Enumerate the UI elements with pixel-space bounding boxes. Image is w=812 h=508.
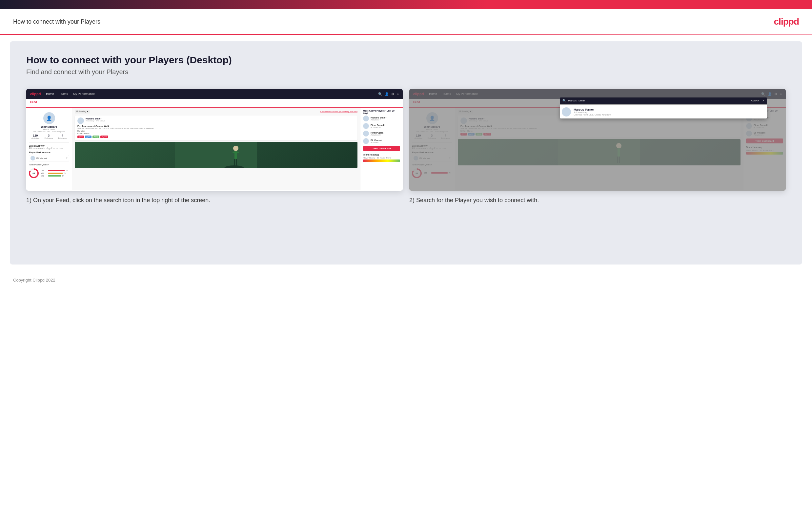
feed-image xyxy=(75,142,357,168)
screenshot-frame-1: clippd Home Teams My Performance 🔍 👤 ⚙ ○… xyxy=(26,89,403,190)
feed-tags: OTT APP ARG PUTT xyxy=(78,135,355,138)
svg-rect-5 xyxy=(234,159,235,166)
main-content: How to connect with your Players (Deskto… xyxy=(10,41,802,264)
main-subtitle: Find and connect with your Players xyxy=(26,68,786,76)
player-select[interactable]: Eli Vincent ▾ xyxy=(29,155,69,162)
team-heatmap-title: Team Heatmap xyxy=(363,154,400,156)
tpq-circle: 84 xyxy=(29,168,39,178)
mid-panel-1: Following ▾ Control who can see your act… xyxy=(72,108,360,190)
search-bar-icon: 🔍 xyxy=(563,99,566,102)
settings-icon[interactable]: ⚙ xyxy=(391,92,394,96)
footer: Copyright Clippd 2022 xyxy=(0,271,812,289)
header: How to connect with your Players clippd xyxy=(0,9,812,34)
tpq-section: Total Player Quality 84 OTT xyxy=(29,163,69,179)
profile-role: Golf Coach xyxy=(29,128,69,131)
heatmap-bar xyxy=(363,160,400,162)
feed-avatar xyxy=(78,118,84,124)
svg-rect-0 xyxy=(175,142,257,168)
active-player-3: Hiral Pujara Activities: 3 xyxy=(363,131,400,136)
caption-1: 1) On your Feed, click on the search ico… xyxy=(26,196,403,205)
screenshot-col-1: clippd Home Teams My Performance 🔍 👤 ⚙ ○… xyxy=(26,89,403,205)
team-dashboard-button[interactable]: Team Dashboard xyxy=(363,146,400,151)
right-panel-1: Most Active Players · Last 30 days Richa… xyxy=(360,108,403,190)
svg-point-2 xyxy=(233,146,238,151)
feed-card: Richard Butler Yesterday · The Grove Pre… xyxy=(75,116,357,140)
player-avatar-4 xyxy=(363,138,369,144)
caption-2: 2) Search for the Player you wish to con… xyxy=(409,196,786,205)
screenshot-col-2: clippd Home Teams My Performance 🔍 👤 ⚙ ○… xyxy=(409,89,786,205)
clear-button[interactable]: CLEAR xyxy=(751,99,759,102)
stat-following: 4 Following xyxy=(58,134,66,139)
left-panel-1: 👤 Blair McHarg Golf Coach Mill Ride Golf… xyxy=(26,108,72,190)
screenshots-row: clippd Home Teams My Performance 🔍 👤 ⚙ ○… xyxy=(26,89,786,205)
search-result-name: Marcus Turner xyxy=(574,108,611,111)
app-nav-icons: 🔍 👤 ⚙ ○ xyxy=(378,92,399,96)
active-player-1: Richard Butler Activities: 7 xyxy=(363,116,400,121)
search-result-avatar xyxy=(562,107,571,117)
profile-section: 👤 Blair McHarg Golf Coach Mill Ride Golf… xyxy=(29,110,69,143)
stat-activities: 129 Activities xyxy=(32,134,39,139)
top-bar xyxy=(0,0,812,9)
player-select-avatar xyxy=(31,156,35,161)
following-button[interactable]: Following ▾ xyxy=(75,110,90,114)
search-overlay xyxy=(409,89,786,190)
main-title: How to connect with your Players (Deskto… xyxy=(26,54,786,66)
avatar: 👤 xyxy=(43,112,55,124)
header-divider xyxy=(0,34,812,35)
app-nav-1: clippd Home Teams My Performance 🔍 👤 ⚙ ○ xyxy=(26,89,403,99)
svg-rect-6 xyxy=(236,159,237,166)
search-result-handicap: 1-5 Handicap xyxy=(574,111,611,114)
stats-row: 129 Activities 3 Followers 4 Following xyxy=(29,134,69,139)
active-player-4: Eli Vincent Activities: 1 xyxy=(363,138,400,144)
nav-my-performance: My Performance xyxy=(73,92,95,95)
chevron-down-icon: ▾ xyxy=(66,157,67,160)
tag-ott: OTT xyxy=(78,135,84,138)
feed-tab: Feed xyxy=(26,99,403,108)
tag-app: APP xyxy=(85,135,92,138)
avatar-icon[interactable]: ○ xyxy=(397,92,399,96)
feed-tab-item[interactable]: Feed xyxy=(30,100,37,105)
search-result-club: Cypress Point Club, United Kingdom xyxy=(574,114,611,116)
search-icon[interactable]: 🔍 xyxy=(378,92,382,96)
nav-home: Home xyxy=(46,92,54,95)
search-dropdown: Marcus Turner 1-5 Handicap Cypress Point… xyxy=(560,105,767,119)
search-input[interactable]: Marcus Turner xyxy=(568,99,749,102)
stat-followers: 3 Followers xyxy=(45,134,53,139)
player-avatar-2 xyxy=(363,123,369,129)
latest-activity: Latest Activity Afternoon round of golf … xyxy=(29,145,69,149)
control-link[interactable]: Control who can see your activity and da… xyxy=(321,111,357,113)
profile-icon[interactable]: 👤 xyxy=(385,92,389,96)
team-heatmap-subtitle: Player Quality · 20 Round Trend xyxy=(363,157,400,159)
profile-club: Mill Ride Golf Club, United Kingdom xyxy=(29,131,69,133)
svg-rect-4 xyxy=(233,152,239,153)
player-performance-section: Player Performance Eli Vincent ▾ xyxy=(29,151,69,162)
app-body-1: 👤 Blair McHarg Golf Coach Mill Ride Golf… xyxy=(26,108,403,190)
following-bar: Following ▾ Control who can see your act… xyxy=(75,110,357,114)
tag-putt: PUTT xyxy=(100,135,108,138)
player-avatar-1 xyxy=(363,116,369,121)
close-button[interactable]: × xyxy=(762,99,764,102)
active-player-2: Piers Parnell Activities: 4 xyxy=(363,123,400,129)
search-bar: 🔍 Marcus Turner CLEAR × xyxy=(560,97,767,104)
page-title: How to connect with your Players xyxy=(13,18,100,25)
clippd-logo: clippd xyxy=(774,16,799,27)
copyright: Copyright Clippd 2022 xyxy=(13,278,55,283)
search-result-item[interactable]: Marcus Turner 1-5 Handicap Cypress Point… xyxy=(562,107,765,117)
screenshot-frame-2: clippd Home Teams My Performance 🔍 👤 ⚙ ○… xyxy=(409,89,786,190)
player-avatar-3 xyxy=(363,131,369,136)
app-nav-logo-1: clippd xyxy=(30,92,41,96)
profile-name: Blair McHarg xyxy=(29,125,69,128)
tag-arg: ARG xyxy=(93,135,99,138)
nav-teams: Teams xyxy=(59,92,68,95)
